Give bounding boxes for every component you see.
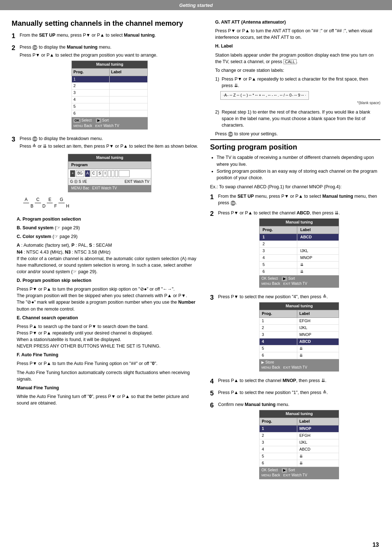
sort-step-6-num: 6 (210, 401, 216, 410)
menu-sorted1-wrapper: Manual tuning Prog.Label 1EFGH 2IJKL 3MN… (218, 302, 380, 372)
h-numbered-list: 1) Press P▼ or P▲ repeatedly to select a… (215, 76, 380, 89)
items-abc: A. Program position selection B. Sound s… (17, 216, 200, 275)
item-g-title: G. ANT ATT (Antenna attenuator) (215, 19, 380, 25)
item-f-manual-title: Manual Fine Tuning (17, 385, 200, 391)
abcd-diagram: A C E G B D (23, 197, 200, 209)
item-h-store: Press OK to store your settings. (215, 131, 380, 137)
h-step-1: 1) Press P▼ or P▲ repeatedly to select a… (215, 76, 380, 89)
step-1-body: From the SET UP menu, press P▼ or P▲ to … (20, 32, 200, 38)
item-h-title: H. Label (215, 43, 380, 49)
example-text: Ex.: To swap channel ABCD (Prog.1) for c… (210, 184, 380, 189)
item-g: G. ANT ATT (Antenna attenuator) Press P▼… (215, 19, 380, 41)
sort-step-5-num: 5 (210, 389, 216, 398)
menu-final-wrapper: Manual tuning Prog.Label 1MNOP 2EFGH 3IJ… (218, 410, 380, 479)
sort-step-6-body: Confirm new Manual tuning menu. Manual t… (218, 401, 380, 481)
menu-table-1: Manual tuning Prog. Label 1 2 3 4 5 (72, 61, 148, 130)
menu-final-table: Manual tuning Prog.Label 1MNOP 2EFGH 3IJ… (259, 410, 339, 479)
sort-step-3: 3 Press P▼ to select the new position "4… (210, 294, 380, 374)
sorting-bullets: The TV is capable of receiving a number … (217, 154, 380, 181)
item-d-title: D. Program position skip selection (17, 277, 200, 284)
item-c-detail: A : Automatic (factory set), P : PAL, S … (17, 242, 200, 275)
breakdown-diagram: Manual tuning Program + BG A C S I (68, 154, 151, 192)
step-1: 1 From the SET UP menu, press P▼ or P▲ t… (12, 32, 200, 40)
step-1-num: 1 (12, 32, 17, 40)
step-3-body: Press OK to display the breakdown menu. … (20, 135, 200, 212)
sorting-section-title: Sorting program position (210, 139, 380, 151)
menu-abcd-wrapper: Manual tuning Prog.Label 1ABCD 2 3IJKL 4… (218, 218, 380, 288)
step-3: 3 Press OK to display the breakdown menu… (12, 135, 200, 212)
menu-abcd-table: Manual tuning Prog.Label 1ABCD 2 3IJKL 4… (259, 218, 339, 288)
item-h-change: To change or create station labels: (215, 67, 380, 74)
sort-step-2: 2 Press P▼ or P▲ to select the channel A… (210, 210, 380, 290)
sort-step-1: 1 From the SET UP menu, press P▼ or P▲ t… (210, 193, 380, 206)
item-d-text: Press P▼ or P▲ to turn the program posit… (17, 286, 200, 312)
sort-step-1-num: 1 (210, 193, 216, 201)
sort-step-5: 5 Press P▲ to select the new position "1… (210, 389, 380, 398)
step-2-body: Press OK to display the Manual tuning me… (20, 44, 200, 132)
item-e-title: E. Channel search operation (17, 315, 200, 321)
item-h: H. Label Station labels appear under the… (215, 43, 380, 137)
char-sequence: ·A-↔Z↔(↔)↔*↔+↔,↔-↔.↔/↔0-↔9↔· (220, 91, 309, 100)
item-f-text3: While the Auto Fine Tuning turn off "0",… (17, 393, 200, 406)
sort-step-5-body: Press P▲ to select the new position "1",… (218, 389, 380, 396)
bullet-2: Sorting program position is an easy way … (217, 168, 380, 182)
item-b: B. Sound system (☞ page 29) (17, 225, 200, 231)
item-g-text: Press P▼ or P▲ to turn the ANT ATT optio… (215, 28, 380, 41)
menu-table-1-wrapper: Manual tuning Prog. Label 1 2 3 4 5 (20, 61, 200, 130)
item-f: F. Auto Fine Tuning Press P▼ or P▲ to tu… (17, 352, 200, 406)
item-f-text1: Press P▼ or P▲ to turn the Auto Fine Tun… (17, 360, 200, 367)
page-number: 13 (372, 542, 379, 548)
char-sequence-wrapper: ·A-↔Z↔(↔)↔*↔+↔,↔-↔.↔/↔0-↔9↔· *(blank spa… (220, 91, 380, 106)
sort-step-4: 4 Press P▲ to select the channel MNOP, t… (210, 377, 380, 386)
sort-step-2-body: Press P▼ or P▲ to select the channel ABC… (218, 210, 380, 290)
sort-step-3-num: 3 (210, 294, 216, 302)
item-f-title: F. Auto Fine Tuning (17, 352, 200, 358)
right-column: G. ANT ATT (Antenna attenuator) Press P▼… (210, 19, 380, 485)
item-a: A. Program position selection (17, 216, 200, 222)
page-content: Manually setting channels in the channel… (0, 10, 392, 492)
item-c: C. Color system (☞ page 29) (17, 233, 200, 240)
item-f-text2: The Auto Fine Tuning function automatica… (17, 369, 200, 382)
header-title: Getting started (179, 3, 213, 8)
item-e-text: Press P▲ to search up the band or P▼ to … (17, 323, 200, 350)
h-numbered-list-2: 2) Repeat step 1) to enter the rest of t… (215, 109, 380, 128)
page-header: Getting started (0, 0, 392, 10)
section-title-manual: Manually setting channels in the channel… (12, 19, 200, 28)
sort-step-3-body: Press P▼ to select the new position "4",… (218, 294, 380, 374)
h-step-2: 2) Repeat step 1) to enter the rest of t… (215, 109, 380, 128)
breakdown-menu-wrapper: Manual tuning Program + BG A C S I (20, 152, 200, 194)
step-3-num: 3 (12, 135, 17, 144)
blank-space-note: *(blank space) (220, 100, 380, 106)
item-h-text1: Station labels appear under the program … (215, 52, 380, 65)
sort-step-4-body: Press P▲ to select the channel MNOP, the… (218, 377, 380, 384)
item-e: E. Channel search operation Press P▲ to … (17, 315, 200, 350)
step-2: 2 Press OK to display the Manual tuning … (12, 44, 200, 132)
item-d: D. Program position skip selection Press… (17, 277, 200, 312)
sort-step-4-num: 4 (210, 377, 216, 386)
sort-step-6: 6 Confirm new Manual tuning menu. Manual… (210, 401, 380, 481)
left-column: Manually setting channels in the channel… (12, 19, 200, 485)
bullet-1: The TV is capable of receiving a number … (217, 154, 380, 168)
menu-sorted1-table: Manual tuning Prog.Label 1EFGH 2IJKL 3MN… (259, 302, 339, 372)
sort-step-1-body: From the SET UP menu, press P▼ or P▲ to … (218, 193, 380, 206)
sort-step-2-num: 2 (210, 210, 216, 218)
step-2-num: 2 (12, 44, 17, 52)
